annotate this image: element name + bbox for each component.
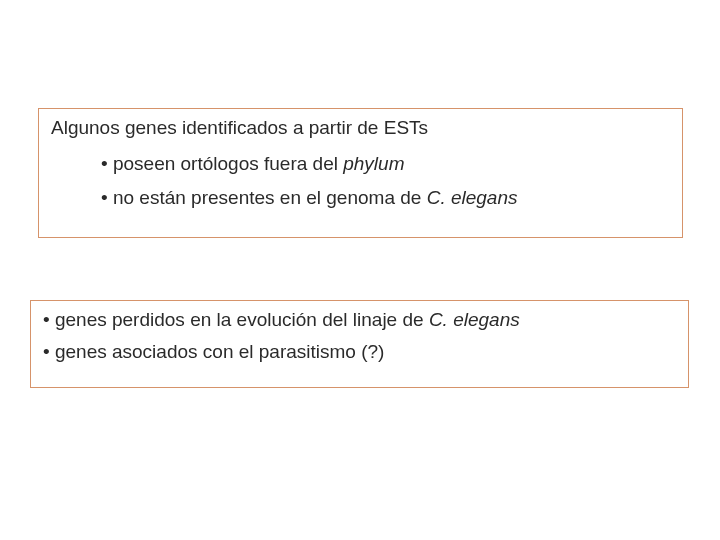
box-conclusions: • genes perdidos en la evolución del lin… — [30, 300, 689, 388]
item-text-em: C. elegans — [427, 187, 518, 208]
box-ests-title: Algunos genes identificados a partir de … — [51, 117, 670, 139]
list-item: • poseen ortólogos fuera del phylum — [101, 153, 670, 175]
slide: Algunos genes identificados a partir de … — [0, 0, 720, 540]
list-item: • no están presentes en el genoma de C. … — [101, 187, 670, 209]
item-text-em: phylum — [343, 153, 404, 174]
item-text-pre: no están presentes en el genoma de — [108, 187, 427, 208]
item-text-pre: poseen ortólogos fuera del — [108, 153, 344, 174]
bullet-icon: • — [101, 187, 108, 209]
bullet-icon: • — [43, 341, 50, 363]
box-ests-list: • poseen ortólogos fuera del phylum • no… — [101, 153, 670, 209]
item-text-pre: genes perdidos en la evolución del linaj… — [50, 309, 429, 330]
box-ests: Algunos genes identificados a partir de … — [38, 108, 683, 238]
bullet-icon: • — [101, 153, 108, 175]
item-text-pre: genes asociados con el parasitismo (?) — [50, 341, 385, 362]
item-text-em: C. elegans — [429, 309, 520, 330]
bullet-icon: • — [43, 309, 50, 331]
list-item: • genes asociados con el parasitismo (?) — [43, 341, 676, 363]
list-item: • genes perdidos en la evolución del lin… — [43, 309, 676, 331]
